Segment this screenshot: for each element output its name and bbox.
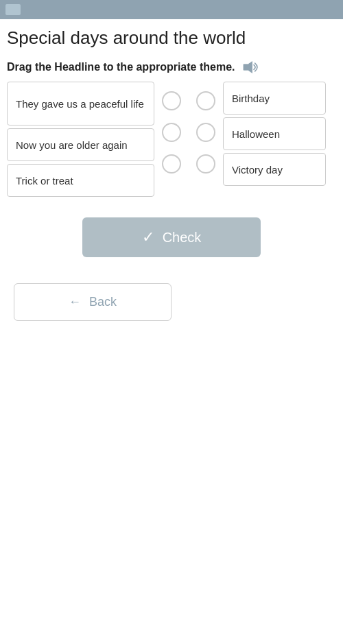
left-radio-3[interactable] (162, 154, 181, 174)
back-label: Back (89, 295, 117, 309)
theme-item-1: Birthday (223, 82, 326, 115)
phrase-item-2[interactable]: Now you are older again (7, 128, 154, 161)
top-bar (0, 0, 343, 19)
matching-area: They gave us a peaceful life Now you are… (0, 82, 343, 197)
check-icon: ✓ (142, 228, 154, 246)
theme-item-2: Halloween (223, 117, 326, 150)
phrase-item-3[interactable]: Trick or treat (7, 164, 154, 197)
sound-icon[interactable] (241, 60, 260, 75)
buttons-area: ✓ Check (0, 197, 343, 257)
svg-marker-0 (244, 62, 252, 73)
right-radio-3[interactable] (196, 154, 215, 174)
menu-icon (5, 4, 21, 15)
right-radio-2[interactable] (196, 123, 215, 142)
back-button[interactable]: ← Back (14, 283, 172, 321)
left-radio-1[interactable] (162, 91, 181, 110)
back-arrow-icon: ← (69, 295, 81, 309)
left-radios-column (154, 82, 189, 174)
phrase-item-1[interactable]: They gave us a peaceful life (7, 82, 154, 126)
instruction-row: Drag the Headline to the appropriate the… (0, 53, 343, 82)
phrases-column: They gave us a peaceful life Now you are… (7, 82, 154, 197)
themes-column: Birthday Halloween Victory day (223, 82, 326, 186)
left-radio-2[interactable] (162, 123, 181, 142)
right-radios-column (189, 82, 223, 174)
right-radio-1[interactable] (196, 91, 215, 110)
check-button[interactable]: ✓ Check (82, 217, 261, 257)
instruction-text: Drag the Headline to the appropriate the… (7, 61, 235, 73)
theme-item-3: Victory day (223, 153, 326, 186)
page-title: Special days around the world (0, 19, 343, 53)
check-label: Check (163, 230, 202, 246)
back-button-wrap: ← Back (0, 270, 343, 321)
